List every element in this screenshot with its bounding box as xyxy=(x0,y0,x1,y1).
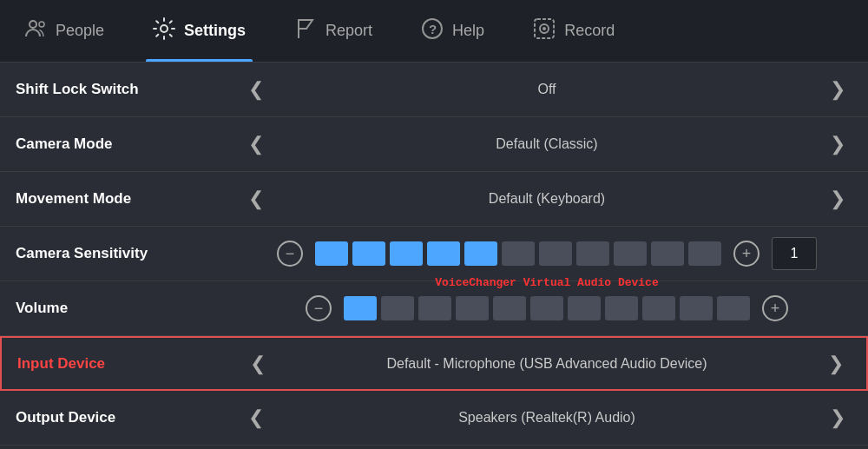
record-icon xyxy=(533,17,556,45)
camera-sensitivity-control: − + xyxy=(241,237,852,270)
svg-text:?: ? xyxy=(429,22,437,36)
nav-record-label: Record xyxy=(564,22,615,40)
block-3 xyxy=(390,241,423,266)
vol-block-3 xyxy=(418,296,451,320)
people-icon xyxy=(24,17,47,45)
input-device-control: ❮ Default - Microphone (USB Advanced Aud… xyxy=(243,351,851,377)
movement-mode-row: Movement Mode ❮ Default (Keyboard) ❯ xyxy=(0,172,868,227)
vol-block-1 xyxy=(344,296,377,320)
camera-sensitivity-increase[interactable]: + xyxy=(733,241,760,267)
movement-mode-next[interactable]: ❯ xyxy=(823,186,852,212)
block-10 xyxy=(651,241,684,266)
input-device-value: Default - Microphone (USB Advanced Audio… xyxy=(285,356,809,372)
camera-mode-label: Camera Mode xyxy=(16,135,241,153)
camera-sensitivity-label: Camera Sensitivity xyxy=(16,245,241,262)
output-device-next[interactable]: ❯ xyxy=(823,405,852,431)
volume-increase[interactable]: + xyxy=(762,295,788,321)
nav-report[interactable]: Report xyxy=(270,0,397,62)
movement-mode-control: ❮ Default (Keyboard) ❯ xyxy=(241,186,852,212)
camera-sensitivity-row: Camera Sensitivity − + xyxy=(0,227,868,281)
output-device-value: Speakers (Realtek(R) Audio) xyxy=(283,410,811,426)
block-7 xyxy=(539,241,572,266)
output-device-control: ❮ Speakers (Realtek(R) Audio) ❯ xyxy=(241,405,852,431)
camera-sensitivity-decrease[interactable]: − xyxy=(277,241,303,267)
input-device-row: Input Device ❮ Default - Microphone (USB… xyxy=(0,336,868,391)
block-4 xyxy=(427,241,460,266)
vol-block-8 xyxy=(605,296,638,320)
nav-bar: People Settings Report ? Help xyxy=(0,0,868,63)
vol-block-6 xyxy=(530,296,563,320)
svg-point-8 xyxy=(542,27,546,30)
volume-label: Volume xyxy=(16,300,241,317)
nav-record[interactable]: Record xyxy=(509,0,639,62)
shift-lock-control: ❮ Off ❯ xyxy=(241,76,852,102)
input-device-next[interactable]: ❯ xyxy=(821,351,851,377)
camera-mode-prev[interactable]: ❮ xyxy=(241,131,271,157)
shift-lock-prev[interactable]: ❮ xyxy=(241,76,271,102)
nav-help-label: Help xyxy=(452,22,484,40)
movement-mode-label: Movement Mode xyxy=(16,190,241,208)
block-6 xyxy=(502,241,535,266)
block-9 xyxy=(614,241,647,266)
vol-block-11 xyxy=(717,296,750,320)
vol-block-7 xyxy=(568,296,601,320)
block-2 xyxy=(352,241,385,266)
output-device-prev[interactable]: ❮ xyxy=(241,405,271,431)
volume-row: Volume VoiceChanger Virtual Audio Device… xyxy=(0,281,868,336)
vol-block-9 xyxy=(642,296,675,320)
camera-mode-next[interactable]: ❯ xyxy=(823,131,852,157)
nav-help[interactable]: ? Help xyxy=(397,0,509,62)
input-device-prev[interactable]: ❮ xyxy=(243,351,273,377)
movement-mode-value: Default (Keyboard) xyxy=(283,191,811,207)
input-device-label: Input Device xyxy=(17,355,243,373)
movement-mode-prev[interactable]: ❮ xyxy=(241,186,271,212)
settings-content: Shift Lock Switch ❮ Off ❯ Camera Mode ❮ … xyxy=(0,63,868,446)
shift-lock-next[interactable]: ❯ xyxy=(823,76,852,102)
vol-block-5 xyxy=(493,296,526,320)
camera-sensitivity-input[interactable] xyxy=(772,237,817,270)
volume-control: VoiceChanger Virtual Audio Device − + xyxy=(241,295,852,321)
svg-point-2 xyxy=(161,25,168,32)
output-device-label: Output Device xyxy=(16,409,241,426)
help-icon: ? xyxy=(421,17,444,45)
settings-icon xyxy=(153,17,175,45)
camera-mode-row: Camera Mode ❮ Default (Classic) ❯ xyxy=(0,117,868,172)
nav-report-label: Report xyxy=(326,22,372,40)
block-1 xyxy=(315,241,348,266)
volume-slider xyxy=(344,296,750,320)
camera-mode-value: Default (Classic) xyxy=(283,136,811,152)
shift-lock-value: Off xyxy=(283,82,811,97)
block-8 xyxy=(576,241,609,266)
vol-block-2 xyxy=(381,296,414,320)
nav-settings[interactable]: Settings xyxy=(128,0,270,62)
block-5 xyxy=(464,241,497,266)
block-11 xyxy=(688,241,721,266)
output-device-row: Output Device ❮ Speakers (Realtek(R) Aud… xyxy=(0,391,868,446)
camera-mode-control: ❮ Default (Classic) ❯ xyxy=(241,131,852,157)
vol-block-10 xyxy=(680,296,713,320)
nav-people[interactable]: People xyxy=(0,0,128,62)
svg-point-1 xyxy=(39,22,44,27)
report-icon xyxy=(294,17,317,45)
shift-lock-row: Shift Lock Switch ❮ Off ❯ xyxy=(0,63,868,117)
volume-decrease[interactable]: − xyxy=(306,295,332,321)
nav-people-label: People xyxy=(56,22,104,40)
svg-point-0 xyxy=(30,21,36,28)
shift-lock-label: Shift Lock Switch xyxy=(16,81,241,98)
camera-sensitivity-slider xyxy=(315,241,721,266)
nav-settings-label: Settings xyxy=(184,22,246,40)
vol-block-4 xyxy=(456,296,489,320)
